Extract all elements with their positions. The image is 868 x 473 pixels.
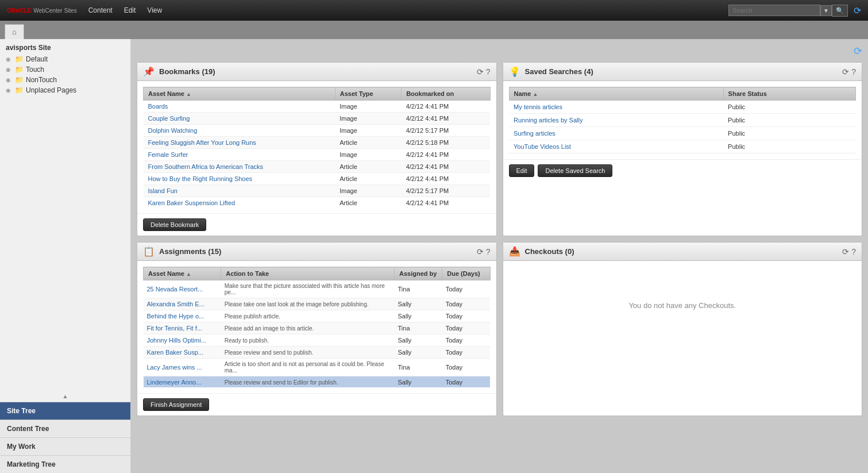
assignment-by: Sally [395, 334, 442, 347]
bookmarks-refresh-btn[interactable]: ⟳ [477, 67, 484, 76]
saved-searches-help-btn[interactable]: ? [851, 67, 856, 76]
col-asset-type[interactable]: Asset Type [335, 87, 401, 101]
sidebar-item-marketingtree[interactable]: Marketing Tree [0, 455, 130, 473]
col-bookmarked-on[interactable]: Bookmarked on [402, 87, 490, 101]
col-name[interactable]: Name ▲ [509, 87, 723, 101]
bookmark-name-link[interactable]: How to Buy the Right Running Shoes [148, 175, 253, 182]
table-row[interactable]: Running articles by Sally Public [509, 114, 856, 127]
col-assigned-by[interactable]: Assigned by [395, 267, 442, 280]
bookmarks-rows: Boards Image 4/2/12 4:41 PM Couple Surfi… [144, 101, 491, 208]
sidebar-collapse[interactable]: ▲ [0, 391, 130, 402]
bookmark-name-link[interactable]: Feeling Sluggish After Your Long Runs [148, 139, 256, 146]
tree-label: Unplaced Pages [26, 86, 76, 94]
table-row[interactable]: YouTube Videos List Public [509, 140, 856, 153]
table-row[interactable]: From Southern Africa to American Tracks … [144, 161, 491, 173]
search-dropdown-arrow[interactable]: ▼ [820, 5, 832, 16]
table-row[interactable]: Karen Baker Suspension Lifted Article 4/… [144, 197, 491, 208]
tree-item-touch[interactable]: ⊕ 📁 Touch [0, 64, 130, 75]
search-button[interactable]: 🔍 [832, 5, 848, 17]
saved-searches-refresh-btn[interactable]: ⟳ [842, 67, 849, 76]
table-row[interactable]: 25 Nevada Resort... Make sure that the p… [144, 280, 491, 298]
table-row[interactable]: Fit for Tennis, Fit f... Please add an i… [144, 322, 491, 334]
topbar-refresh-icon[interactable]: ⟳ [854, 5, 861, 16]
col-action[interactable]: Action to Take [221, 267, 395, 280]
table-row[interactable]: Karen Baker Susp... Please review and se… [144, 347, 491, 359]
panels-grid: 📌 Bookmarks (19) ⟳ ? Asset Name ▲ [137, 62, 862, 416]
table-row[interactable]: My tennis articles Public [509, 101, 856, 114]
sidebar-item-sitetree[interactable]: Site Tree [0, 402, 130, 420]
assignment-name-link[interactable]: Lacy James wins ... [147, 364, 202, 371]
table-row[interactable]: Boards Image 4/2/12 4:41 PM [144, 101, 491, 113]
bookmark-name-link[interactable]: Boards [148, 103, 168, 110]
bookmarks-icon: 📌 [143, 66, 155, 77]
bookmarks-scroll[interactable]: Asset Name ▲ Asset Type Bookmarked on Bo… [143, 87, 491, 207]
assignments-refresh-btn[interactable]: ⟳ [477, 247, 484, 256]
col-asset-name[interactable]: Asset Name ▲ [144, 87, 335, 101]
saved-search-name-link[interactable]: My tennis articles [514, 103, 562, 110]
assignment-name-link[interactable]: Johnny Hills Optimi... [147, 337, 206, 344]
tree-item-nontouch[interactable]: ⊕ 📁 NonTouch [0, 75, 130, 85]
content-refresh-icon[interactable]: ⟳ [854, 45, 862, 57]
delete-bookmark-btn[interactable]: Delete Bookmark [143, 218, 206, 231]
toggle-icon: ⊕ [6, 67, 13, 73]
assignment-name-link[interactable]: 25 Nevada Resort... [147, 286, 203, 293]
folder-icon: 📁 [15, 55, 24, 63]
table-row[interactable]: Alexandra Smith E... Please take one las… [144, 298, 491, 310]
bookmark-name-link[interactable]: From Southern Africa to American Tracks [148, 163, 264, 170]
table-row[interactable]: Female Surfer Image 4/2/12 4:41 PM [144, 149, 491, 161]
nav-view[interactable]: View [147, 6, 162, 14]
assignment-name-link[interactable]: Fit for Tennis, Fit f... [147, 325, 202, 332]
nav-content[interactable]: Content [88, 6, 113, 14]
tree-item-unplaced[interactable]: ⊕ 📁 Unplaced Pages [0, 85, 130, 95]
bookmarks-help-btn[interactable]: ? [486, 67, 491, 76]
table-row[interactable]: How to Buy the Right Running Shoes Artic… [144, 173, 491, 185]
assignments-help-btn[interactable]: ? [486, 247, 491, 256]
table-row[interactable]: Couple Surfing Image 4/2/12 4:41 PM [144, 113, 491, 125]
tree-label: Default [26, 55, 48, 63]
checkouts-refresh-btn[interactable]: ⟳ [842, 247, 849, 256]
saved-search-name-link[interactable]: YouTube Videos List [514, 143, 571, 150]
sidebar: avisports Site ⊕ 📁 Default ⊕ 📁 Touch ⊕ 📁… [0, 39, 131, 473]
checkouts-title: Checkouts (0) [525, 247, 838, 256]
assignment-name-link[interactable]: Alexandra Smith E... [147, 301, 205, 307]
table-row[interactable]: Feeling Sluggish After Your Long Runs Ar… [144, 137, 491, 149]
bookmark-name-link[interactable]: Karen Baker Suspension Lifted [148, 199, 236, 206]
bookmark-name-link[interactable]: Dolphin Watching [148, 127, 198, 134]
home-tab[interactable]: ⌂ [5, 24, 24, 39]
table-row[interactable]: Behind the Hype o... Please publish arti… [144, 310, 491, 322]
saved-search-name-link[interactable]: Running articles by Sally [514, 117, 582, 124]
search-area: ▼ 🔍 ⟳ [728, 5, 861, 17]
assignment-name-link[interactable]: Lindemeyer Anno... [147, 379, 202, 386]
assignment-name-link[interactable]: Behind the Hype o... [147, 313, 205, 320]
table-row[interactable]: Lindemeyer Anno... Please review and sen… [144, 376, 491, 388]
table-row[interactable]: Johnny Hills Optimi... Ready to publish.… [144, 334, 491, 347]
assignment-action: Please publish article. [221, 310, 395, 322]
checkouts-help-btn[interactable]: ? [851, 247, 856, 256]
saved-search-name-link[interactable]: Surfing articles [514, 130, 555, 137]
col-due[interactable]: Due (Days) [442, 267, 490, 280]
sidebar-item-mywork[interactable]: My Work [0, 437, 130, 455]
assignment-by: Tina [395, 322, 442, 334]
bookmark-name-link[interactable]: Female Surfer [148, 151, 188, 158]
col-share-status[interactable]: Share Status [723, 87, 855, 101]
tree-item-default[interactable]: ⊕ 📁 Default [0, 54, 130, 64]
table-row[interactable]: Dolphin Watching Image 4/2/12 5:17 PM [144, 125, 491, 137]
bookmarks-table: Asset Name ▲ Asset Type Bookmarked on Bo… [143, 87, 491, 207]
delete-saved-search-btn[interactable]: Delete Saved Search [538, 164, 612, 177]
bookmarks-footer: Delete Bookmark [137, 213, 496, 236]
assignment-by: Sally [395, 310, 442, 322]
col-asset-name[interactable]: Asset Name ▲ [144, 267, 221, 280]
assignment-name-link[interactable]: Karen Baker Susp... [147, 349, 203, 356]
bookmark-name-link[interactable]: Couple Surfing [148, 115, 190, 122]
table-row[interactable]: Island Fun Image 4/2/12 5:17 PM [144, 185, 491, 197]
nav-edit[interactable]: Edit [124, 6, 136, 14]
bookmark-name-link[interactable]: Island Fun [148, 187, 178, 194]
sidebar-item-contenttree[interactable]: Content Tree [0, 420, 130, 437]
table-row[interactable]: Surfing articles Public [509, 127, 856, 140]
assignments-scroll[interactable]: Asset Name ▲ Action to Take Assigned by … [143, 267, 491, 387]
finish-assignment-btn[interactable]: Finish Assignment [143, 398, 209, 411]
table-row[interactable]: Lacy James wins ... Article is too short… [144, 359, 491, 376]
search-input[interactable] [728, 5, 820, 16]
tree-label: NonTouch [26, 76, 57, 84]
edit-saved-search-btn[interactable]: Edit [509, 164, 535, 177]
